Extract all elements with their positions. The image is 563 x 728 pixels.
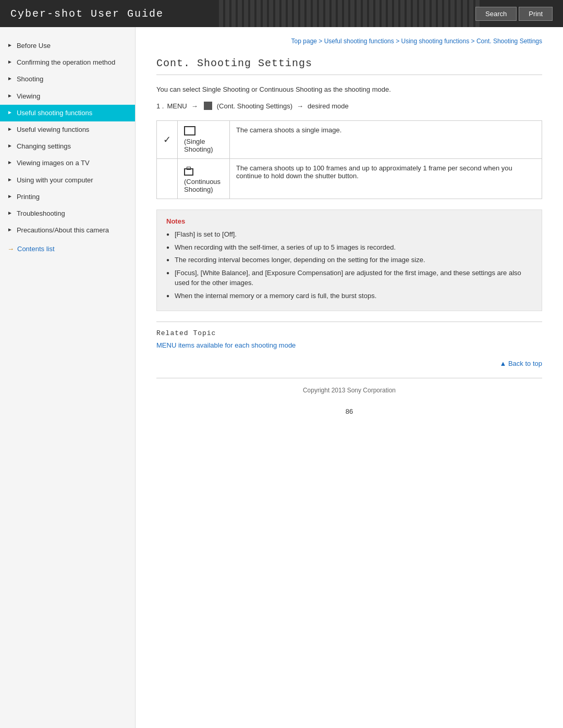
breadcrumb-using-shooting[interactable]: Using shooting functions <box>401 38 469 45</box>
sidebar: ► Before Use ► Confirming the operation … <box>0 27 136 728</box>
related-topic-title: Related Topic <box>156 329 542 337</box>
arrow-symbol-2: → <box>297 102 303 110</box>
back-to-top-link[interactable]: ▲ Back to top <box>499 360 542 367</box>
sidebar-item-label: Viewing <box>17 92 40 101</box>
arrow-icon: ► <box>7 42 13 49</box>
arrow-right-icon: → <box>7 245 14 253</box>
continuous-shoot-description: The camera shoots up to 100 frames and u… <box>230 159 542 199</box>
checkmark-icon: ✓ <box>163 134 171 145</box>
sidebar-item-useful-shooting[interactable]: ► Useful shooting functions <box>0 105 135 121</box>
sidebar-item-viewing[interactable]: ► Viewing <box>0 88 135 105</box>
arrow-icon: ► <box>7 58 13 66</box>
arrow-icon: ► <box>7 75 13 82</box>
sidebar-item-label: Troubleshooting <box>17 209 65 218</box>
list-item: The recording interval becomes longer, d… <box>166 255 532 265</box>
page-number: 86 <box>156 402 542 421</box>
list-item: When recording with the self-timer, a se… <box>166 242 532 253</box>
related-topic-link[interactable]: MENU items available for each shooting m… <box>156 341 296 349</box>
sidebar-item-precautions[interactable]: ► Precautions/About this camera <box>0 222 135 239</box>
search-button[interactable]: Search <box>475 7 517 21</box>
arrow-icon: ► <box>7 159 13 166</box>
arrow-icon: ► <box>7 109 13 116</box>
main-content: Top page > Useful shooting functions > U… <box>136 27 563 728</box>
step-text: 1 . <box>156 102 164 110</box>
menu-icon <box>204 102 212 110</box>
app-title: Cyber-shot User Guide <box>10 8 164 20</box>
arrow-icon: ► <box>7 92 13 100</box>
arrow-icon: ► <box>7 209 13 217</box>
list-item: When the internal memory or a memory car… <box>166 291 532 301</box>
sidebar-item-label: Printing <box>17 192 40 202</box>
single-shoot-description: The camera shoots a single image. <box>230 121 542 159</box>
shooting-mode-table: ✓ (Single Shooting) The camera shoots a … <box>156 120 542 199</box>
arrow-icon: ► <box>7 142 13 150</box>
notes-title: Notes <box>166 217 532 225</box>
table-row: ✓ (Single Shooting) The camera shoots a … <box>157 121 542 159</box>
sidebar-item-label: Using with your computer <box>17 176 93 185</box>
breadcrumb-useful-shooting[interactable]: Useful shooting functions <box>324 38 394 45</box>
footer: Copyright 2013 Sony Corporation <box>156 378 542 402</box>
back-to-top[interactable]: ▲ Back to top <box>156 360 542 367</box>
breadcrumb-sep: > <box>471 38 476 45</box>
arrow-symbol: → <box>191 102 198 110</box>
single-shoot-label: (Single Shooting) <box>184 138 223 153</box>
arrow-icon: ► <box>7 226 13 233</box>
breadcrumb-top[interactable]: Top page <box>291 38 317 45</box>
sidebar-item-label: Useful viewing functions <box>17 125 89 134</box>
page-layout: ► Before Use ► Confirming the operation … <box>0 27 563 728</box>
sidebar-item-computer[interactable]: ► Using with your computer <box>0 172 135 189</box>
step-desired-mode: desired mode <box>308 102 349 110</box>
step-instruction: 1 . MENU → (Cont. Shooting Settings) → d… <box>156 102 542 110</box>
notes-box: Notes [Flash] is set to [Off]. When reco… <box>156 209 542 311</box>
header: Cyber-shot User Guide Search Print <box>0 0 563 27</box>
breadcrumb-current: Cont. Shooting Settings <box>476 38 542 45</box>
sidebar-item-label: Changing settings <box>17 142 71 151</box>
breadcrumb: Top page > Useful shooting functions > U… <box>156 38 542 45</box>
empty-check-cell <box>157 159 178 199</box>
sidebar-item-confirming[interactable]: ► Confirming the operation method <box>0 54 135 71</box>
sidebar-item-before-use[interactable]: ► Before Use <box>0 38 135 54</box>
table-row: (Continuous Shooting) The camera shoots … <box>157 159 542 199</box>
list-item: [Focus], [White Balance], and [Exposure … <box>166 268 532 288</box>
continuous-shoot-label: (Continuous Shooting) <box>184 178 223 193</box>
sidebar-item-label: Shooting <box>17 75 43 84</box>
icon-cell-continuous: (Continuous Shooting) <box>178 159 230 199</box>
sidebar-item-label: Precautions/About this camera <box>17 226 109 235</box>
sidebar-item-viewing-tv[interactable]: ► Viewing images on a TV <box>0 155 135 171</box>
notes-list: [Flash] is set to [Off]. When recording … <box>166 229 532 301</box>
header-stripe-decoration <box>219 0 480 27</box>
sidebar-item-troubleshooting[interactable]: ► Troubleshooting <box>0 205 135 222</box>
header-buttons: Search Print <box>475 7 553 21</box>
continuous-shoot-icon <box>184 168 193 176</box>
breadcrumb-sep: > <box>319 38 324 45</box>
page-description: You can select Single Shooting or Contin… <box>156 85 542 93</box>
sidebar-item-printing[interactable]: ► Printing <box>0 189 135 205</box>
sidebar-item-changing-settings[interactable]: ► Changing settings <box>0 138 135 155</box>
arrow-icon: ► <box>7 176 13 183</box>
copyright-text: Copyright 2013 Sony Corporation <box>303 387 396 394</box>
sidebar-item-label: Before Use <box>17 41 51 51</box>
sidebar-item-label: Viewing images on a TV <box>17 158 90 168</box>
related-topic-section: Related Topic MENU items available for e… <box>156 322 542 349</box>
step-menu-text: MENU <box>167 102 187 110</box>
print-button[interactable]: Print <box>519 7 553 21</box>
sidebar-item-label: Useful shooting functions <box>17 108 92 118</box>
sidebar-item-useful-viewing[interactable]: ► Useful viewing functions <box>0 121 135 138</box>
step-settings-text: (Cont. Shooting Settings) <box>217 102 292 110</box>
page-title: Cont. Shooting Settings <box>156 57 542 75</box>
contents-list-link[interactable]: → Contents list <box>0 239 135 259</box>
sidebar-item-label: Confirming the operation method <box>17 58 115 67</box>
arrow-icon: ► <box>7 126 13 133</box>
list-item: [Flash] is set to [Off]. <box>166 229 532 240</box>
contents-link-label: Contents list <box>17 245 55 253</box>
icon-cell-single: (Single Shooting) <box>178 121 230 159</box>
check-cell: ✓ <box>157 121 178 159</box>
sidebar-item-shooting[interactable]: ► Shooting <box>0 71 135 88</box>
breadcrumb-sep: > <box>396 38 401 45</box>
arrow-icon: ► <box>7 193 13 200</box>
single-shoot-icon <box>184 126 195 135</box>
